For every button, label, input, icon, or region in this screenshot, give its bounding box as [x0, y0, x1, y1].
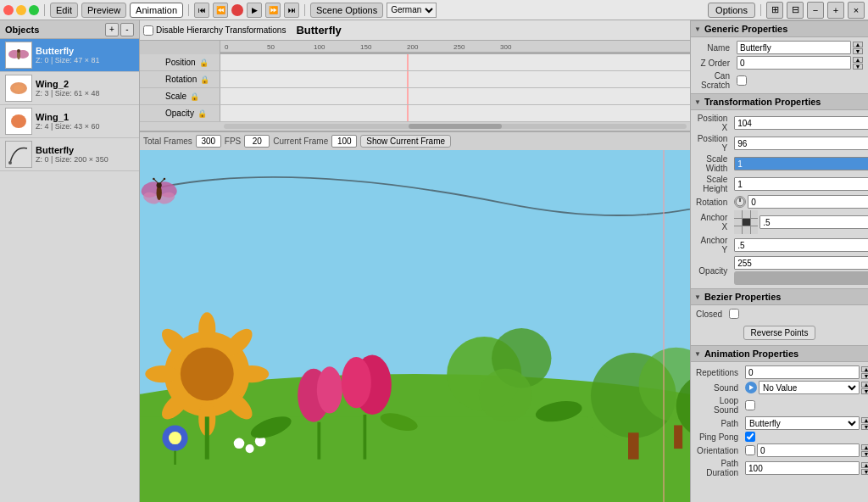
options-button[interactable]: Options	[708, 3, 755, 18]
pos-x-row: ▲ ▼	[734, 114, 868, 132]
loop-sound-checkbox[interactable]	[745, 400, 755, 410]
scene-options-button[interactable]: Scene Options	[310, 3, 383, 18]
list-item[interactable]: Wing_2 Z: 3 | Size: 61 × 48	[0, 72, 139, 105]
step-down[interactable]: ▼	[853, 64, 863, 70]
can-scratch-checkbox[interactable]	[737, 75, 747, 86]
hierarchy-checkbox[interactable]	[143, 25, 153, 36]
path-duration-input[interactable]	[745, 461, 860, 475]
step-down[interactable]: ▼	[861, 469, 868, 475]
list-item[interactable]: Butterfly Z: 0 | Size: 47 × 81	[0, 39, 139, 72]
minus-icon[interactable]: −	[807, 2, 824, 19]
step-back-button[interactable]: ⏪	[213, 3, 228, 18]
closed-checkbox[interactable]	[729, 309, 739, 319]
rotation-input[interactable]	[748, 195, 868, 209]
anchor-grid[interactable]	[734, 210, 758, 234]
track-frames[interactable]	[220, 88, 690, 104]
track-name: Opacity	[165, 109, 194, 118]
collapse-triangle[interactable]: ▼	[694, 98, 701, 106]
opacity-slider[interactable]	[734, 271, 868, 285]
orientation-checkbox[interactable]	[745, 445, 755, 455]
pos-y-label: Position Y	[696, 134, 731, 153]
total-frames-value[interactable]: 300	[196, 135, 221, 148]
horizontal-scrollbar[interactable]	[140, 122, 690, 131]
anchor-br[interactable]	[751, 226, 759, 234]
sound-play-button[interactable]	[745, 382, 757, 393]
collapse-triangle[interactable]: ▼	[694, 293, 701, 301]
orientation-input[interactable]	[757, 443, 860, 457]
anchor-tc[interactable]	[743, 210, 750, 218]
record-button[interactable]	[231, 4, 243, 16]
anchor-tr[interactable]	[751, 210, 759, 218]
anchor-tl[interactable]	[734, 210, 742, 218]
canvas-area[interactable]	[140, 150, 690, 502]
list-item[interactable]: Butterfly Z: 0 | Size: 200 × 350	[0, 138, 139, 171]
pos-x-input[interactable]	[734, 116, 868, 130]
pos-y-input[interactable]	[734, 137, 868, 150]
plus-icon[interactable]: +	[827, 2, 844, 19]
track-label: Scale 🔒	[140, 88, 220, 104]
fps-label: FPS	[225, 137, 241, 146]
collapse-triangle[interactable]: ▼	[694, 350, 701, 358]
close-button[interactable]	[3, 5, 14, 15]
zorder-input[interactable]	[737, 56, 851, 70]
track-label: Rotation 🔒	[140, 71, 220, 87]
sound-select[interactable]: No Value	[759, 381, 860, 394]
close-icon[interactable]: ×	[848, 2, 865, 19]
name-input[interactable]	[737, 41, 851, 54]
step-up[interactable]: ▲	[861, 462, 868, 468]
scale-h-input[interactable]	[734, 177, 868, 191]
track-frames[interactable]	[220, 54, 690, 70]
remove-object-button[interactable]: -	[120, 23, 134, 36]
scrollbar-track[interactable]	[224, 124, 687, 129]
track-frames[interactable]	[220, 71, 690, 87]
layout-icon1[interactable]: ⊞	[766, 2, 783, 19]
list-item[interactable]: Wing_1 Z: 4 | Size: 43 × 60	[0, 105, 139, 138]
reverse-points-button[interactable]: Reverse Points	[743, 326, 816, 340]
show-current-frame-button[interactable]: Show Current Frame	[360, 135, 451, 148]
step-up[interactable]: ▲	[861, 417, 868, 423]
svg-text:300: 300	[500, 43, 512, 51]
step-forward-button[interactable]: ⏩	[265, 3, 281, 18]
step-down[interactable]: ▼	[861, 373, 868, 379]
step-down[interactable]: ▼	[861, 424, 868, 430]
collapse-triangle[interactable]: ▼	[694, 25, 701, 33]
step-up[interactable]: ▲	[861, 444, 868, 450]
step-down[interactable]: ▼	[853, 48, 863, 54]
play-button[interactable]: ▶	[247, 3, 262, 18]
step-up[interactable]: ▲	[861, 366, 868, 372]
animation-button[interactable]: Animation	[130, 3, 183, 18]
fps-value[interactable]: 20	[244, 135, 270, 148]
step-up[interactable]: ▲	[861, 382, 868, 388]
step-down[interactable]: ▼	[861, 388, 868, 394]
anchor-y-input[interactable]	[734, 238, 868, 252]
go-start-button[interactable]: ⏮	[194, 3, 209, 18]
add-object-button[interactable]: +	[105, 23, 119, 36]
edit-button[interactable]: Edit	[50, 3, 78, 18]
step-down[interactable]: ▼	[861, 451, 868, 457]
ping-pong-checkbox[interactable]	[745, 432, 755, 442]
anchor-bl[interactable]	[734, 226, 742, 234]
anchor-x-input[interactable]	[760, 215, 868, 229]
path-select[interactable]: Butterfly	[745, 416, 860, 430]
anchor-mc[interactable]	[743, 219, 750, 226]
step-up[interactable]: ▲	[853, 57, 863, 63]
anchor-mr[interactable]	[751, 219, 759, 226]
separator	[760, 4, 761, 16]
step-up[interactable]: ▲	[853, 42, 863, 47]
layout-icon2[interactable]: ⊟	[787, 2, 804, 19]
maximize-button[interactable]	[29, 5, 39, 15]
repetitions-input[interactable]	[745, 365, 860, 379]
scrollbar-thumb[interactable]	[409, 124, 501, 129]
track-frames[interactable]	[220, 105, 690, 121]
preview-button[interactable]: Preview	[81, 3, 126, 18]
language-select[interactable]: German	[387, 3, 437, 18]
go-end-button[interactable]: ⏭	[284, 3, 299, 18]
current-frame-label: Current Frame	[273, 137, 328, 146]
minimize-button[interactable]	[16, 5, 26, 15]
current-frame-value[interactable]: 100	[331, 135, 357, 148]
opacity-input[interactable]	[734, 256, 868, 270]
anchor-ml[interactable]	[734, 219, 742, 226]
scale-w-input[interactable]	[734, 157, 868, 170]
rotation-widget[interactable]	[734, 196, 746, 208]
anchor-bc[interactable]	[743, 226, 750, 234]
